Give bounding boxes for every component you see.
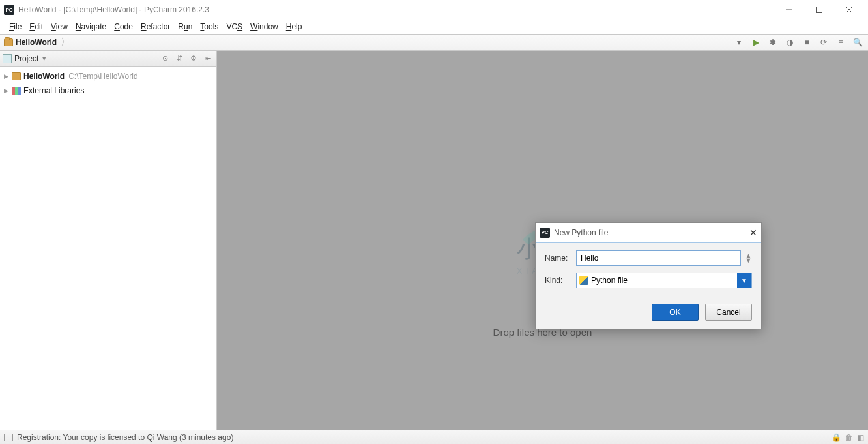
status-icon[interactable] xyxy=(4,434,13,441)
structure-button[interactable]: ≡ xyxy=(834,36,847,49)
library-icon xyxy=(12,87,21,95)
menu-code[interactable]: Code xyxy=(110,21,137,33)
menu-vcs[interactable]: VCS xyxy=(222,21,246,33)
editor-area: 小牛知识库 XIAO NIU ZHI SHI KU Drop files her… xyxy=(217,51,868,430)
dialog-titlebar: PC New Python file ✕ xyxy=(536,223,761,243)
menu-bar: File Edit View Navigate Code Refactor Ru… xyxy=(0,20,868,35)
window-title: HelloWorld - [C:\Temp\HelloWorld] - PyCh… xyxy=(18,5,209,14)
hide-tool-button[interactable]: ⇤ xyxy=(202,53,214,65)
window-maximize-button[interactable] xyxy=(804,0,834,20)
app-icon: PC xyxy=(4,5,14,15)
history-updown-icon[interactable]: ▲▼ xyxy=(745,254,752,263)
dialog-title: New Python file xyxy=(554,228,608,237)
tree-item-path: C:\Temp\HelloWorld xyxy=(68,72,137,81)
window-titlebar: PC HelloWorld - [C:\Temp\HelloWorld] - P… xyxy=(0,0,868,20)
window-close-button[interactable] xyxy=(834,0,864,20)
collapse-all-button[interactable]: ⇵ xyxy=(173,53,185,65)
chevron-right-icon: 〉 xyxy=(61,37,70,48)
tree-row-project-root[interactable]: ▶ HelloWorld C:\Temp\HelloWorld xyxy=(0,69,216,83)
navigation-bar: HelloWorld 〉 ▾ ▶ ✱ ◑ ■ ⟳ ≡ 🔍 xyxy=(0,35,868,51)
trash-icon[interactable]: 🗑 xyxy=(845,433,853,442)
menu-help[interactable]: Help xyxy=(282,21,306,33)
folder-icon xyxy=(12,72,21,80)
menu-edit[interactable]: Edit xyxy=(25,21,47,33)
run-button[interactable]: ▶ xyxy=(749,36,762,49)
chevron-down-icon[interactable]: ▼ xyxy=(737,273,751,288)
menu-window[interactable]: Window xyxy=(246,21,282,33)
tree-item-name: HelloWorld xyxy=(23,72,65,81)
menu-tools[interactable]: Tools xyxy=(196,21,222,33)
breadcrumb-root[interactable]: HelloWorld xyxy=(16,38,61,47)
menu-refactor[interactable]: Refactor xyxy=(137,21,174,33)
update-button[interactable]: ⟳ xyxy=(817,36,830,49)
kind-value: Python file xyxy=(591,276,628,285)
menu-navigate[interactable]: Navigate xyxy=(72,21,110,33)
folder-icon xyxy=(4,38,13,46)
project-tool-header: Project ▼ ⊙ ⇵ ⚙ ⇤ xyxy=(0,51,216,67)
svg-rect-1 xyxy=(817,7,822,13)
new-python-file-dialog: PC New Python file ✕ Name: ▲▼ Kind: Pyth… xyxy=(535,222,762,329)
tree-row-external-libs[interactable]: ▶ External Libraries xyxy=(0,83,216,98)
search-everywhere-button[interactable]: 🔍 xyxy=(851,36,864,49)
dialog-close-button[interactable]: ✕ xyxy=(749,228,757,238)
window-minimize-button[interactable] xyxy=(774,0,804,20)
name-label: Name: xyxy=(545,254,576,263)
menu-run[interactable]: Run xyxy=(174,21,196,33)
project-icon xyxy=(3,54,12,63)
tool-settings-button[interactable]: ⚙ xyxy=(188,53,199,65)
menu-file[interactable]: File xyxy=(5,21,25,33)
debug-button[interactable]: ✱ xyxy=(766,36,779,49)
chevron-down-icon[interactable]: ▼ xyxy=(41,55,47,62)
status-bar: Registration: Your copy is licensed to Q… xyxy=(0,430,868,444)
name-input[interactable] xyxy=(576,250,741,266)
ok-button[interactable]: OK xyxy=(652,304,699,321)
status-text: Registration: Your copy is licensed to Q… xyxy=(17,433,233,442)
menu-view[interactable]: View xyxy=(47,21,72,33)
python-file-icon xyxy=(579,276,588,285)
kind-label: Kind: xyxy=(545,276,576,285)
project-tool-title[interactable]: Project xyxy=(14,54,38,63)
tree-item-name: External Libraries xyxy=(23,86,84,95)
cancel-button[interactable]: Cancel xyxy=(705,304,752,321)
app-icon: PC xyxy=(540,228,550,238)
stop-button[interactable]: ■ xyxy=(800,36,813,49)
hector-icon[interactable]: ◧ xyxy=(857,433,864,442)
lock-icon[interactable]: 🔒 xyxy=(832,433,841,442)
project-sidebar: Project ▼ ⊙ ⇵ ⚙ ⇤ ▶ HelloWorld C:\Temp\H… xyxy=(0,51,217,430)
project-tree: ▶ HelloWorld C:\Temp\HelloWorld ▶ Extern… xyxy=(0,67,216,100)
expand-icon[interactable]: ▶ xyxy=(4,87,12,94)
coverage-button[interactable]: ◑ xyxy=(783,36,796,49)
run-config-dropdown[interactable]: ▾ xyxy=(732,36,745,49)
scroll-from-source-button[interactable]: ⊙ xyxy=(159,53,171,65)
kind-combobox[interactable]: Python file ▼ xyxy=(576,273,752,288)
expand-icon[interactable]: ▶ xyxy=(4,73,12,80)
